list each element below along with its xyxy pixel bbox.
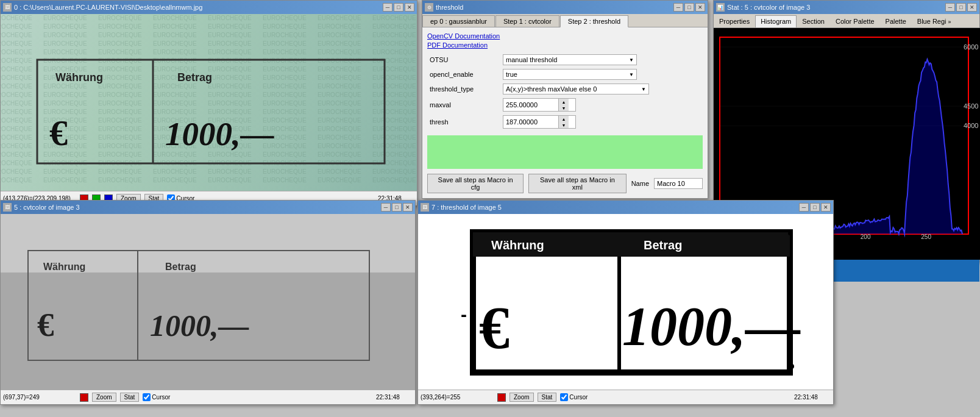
pdf-doc-link[interactable]: PDF Documentation	[427, 41, 488, 49]
cvtcolor-maximize[interactable]: □	[392, 203, 402, 212]
thresh-result-minimize[interactable]: ─	[799, 203, 809, 212]
maxval-down[interactable]: ▼	[559, 105, 569, 111]
opencl-label: opencl_enable	[427, 67, 500, 82]
thresh-type-label: threshold_type	[427, 82, 500, 96]
threshold-body: OpenCV Documentation PDF Documentation O…	[422, 27, 708, 198]
otsu-dropdown[interactable]: manual threshold ▼	[503, 54, 637, 65]
thresh-result-zoom-btn[interactable]: Zoom	[510, 393, 534, 402]
minimize-button[interactable]: ─	[383, 3, 392, 12]
stat-close[interactable]: ✕	[967, 3, 977, 12]
cvtcolor-window: 🖼 5 : cvtcolor of image 3 ─ □ ✕ (697,37)…	[0, 200, 416, 405]
opencl-dropdown-value: true	[506, 71, 517, 78]
opencv-doc-link[interactable]: OpenCV Documentation	[427, 32, 500, 40]
threshold-icon: ⚙	[425, 3, 433, 12]
thresh-result-red-box	[497, 393, 506, 402]
thresh-type-dropdown[interactable]: A(x,y)>thresh maxValue else 0 ▼	[503, 84, 649, 94]
opencv-doc-row: OpenCV Documentation	[427, 32, 703, 40]
opencl-dropdown[interactable]: true ▼	[503, 69, 637, 80]
stat-tab-palette[interactable]: Palette	[880, 15, 912, 27]
stat-title: Stat : 5 : cvtcolor of image 3	[727, 4, 810, 11]
stat-minimize[interactable]: ─	[945, 3, 955, 12]
threshold-tab-bar: ep 0 : gaussianblur Step 1 : cvtcolor St…	[422, 14, 708, 27]
thresh-result-icon: 🖼	[421, 203, 429, 212]
cvtcolor-cursor-checkbox[interactable]	[143, 393, 151, 401]
cvtcolor-title: 5 : cvtcolor of image 3	[14, 204, 80, 211]
maxval-label: maxval	[427, 96, 500, 113]
stat-tab-histogram[interactable]: Histogram	[755, 15, 797, 28]
green-area	[427, 135, 703, 169]
cvtcolor-red-box	[80, 393, 88, 402]
maxval-up[interactable]: ▲	[559, 99, 569, 105]
pdf-doc-row: PDF Documentation	[427, 41, 703, 49]
maxval-input[interactable]: 255.00000	[503, 100, 558, 110]
thresh-result-cursor-text: Cursor	[569, 394, 588, 401]
stat-tab-blueregi[interactable]: Blue Regi »	[912, 15, 957, 27]
cvtcolor-close[interactable]: ✕	[403, 203, 413, 212]
maxval-value-cell: 255.00000 ▲ ▼	[500, 96, 703, 113]
macro-row: Save all step as Macro in cfg Save all s…	[427, 174, 703, 193]
thresh-spinners: ▲ ▼	[558, 116, 569, 128]
save-xml-button[interactable]: Save all step as Macro in xml	[528, 174, 627, 193]
blueregi-more: »	[948, 19, 951, 25]
thresh-result-cursor-label: Cursor	[560, 393, 588, 401]
cvtcolor-stat-btn[interactable]: Stat	[120, 393, 140, 402]
save-cfg-button[interactable]: Save all step as Macro in cfg	[427, 174, 524, 193]
stat-tab-properties[interactable]: Properties	[714, 15, 755, 27]
tab-threshold[interactable]: Step 2 : threshold	[560, 15, 628, 27]
otsu-dropdown-arrow: ▼	[629, 57, 634, 63]
main-image-titlebar: 🖼 0 : C:\Users\Laurent.PC-LAURENT-VISI\D…	[1, 1, 417, 14]
stat-maximize[interactable]: □	[956, 3, 966, 12]
cvtcolor-status-bar: (697,37)=249 Zoom Stat Cursor 22:31:48	[1, 390, 415, 404]
window-icon: 🖼	[3, 3, 12, 12]
param-table: OTSU manual threshold ▼ opencl_enable tr…	[427, 52, 703, 130]
thresh-row: thresh 187.00000 ▲ ▼	[427, 113, 703, 130]
main-image-canvas	[1, 14, 417, 191]
main-image-title: 0 : C:\Users\Laurent.PC-LAURENT-VISI\Des…	[14, 4, 202, 11]
thresh-result-close[interactable]: ✕	[821, 203, 831, 212]
thresh-input-container: 187.00000 ▲ ▼	[503, 115, 576, 129]
thresh-type-row: threshold_type A(x,y)>thresh maxValue el…	[427, 82, 703, 96]
thresh-value-cell: 187.00000 ▲ ▼	[500, 113, 703, 130]
close-button[interactable]: ✕	[405, 3, 414, 12]
maxval-input-container: 255.00000 ▲ ▼	[503, 98, 576, 112]
cvtcolor-coord: (697,37)=249	[3, 394, 76, 401]
tab-gaussianblur[interactable]: ep 0 : gaussianblur	[422, 15, 495, 27]
threshold-minimize[interactable]: ─	[673, 3, 683, 12]
threshold-close[interactable]: ✕	[695, 3, 705, 12]
threshold-maximize[interactable]: □	[684, 3, 694, 12]
macro-name-input[interactable]: Macro 10	[654, 178, 703, 189]
otsu-label: OTSU	[427, 52, 500, 67]
threshold-titlebar: ⚙ threshold ─ □ ✕	[422, 1, 708, 14]
thresh-result-cursor-checkbox[interactable]	[560, 393, 568, 401]
maximize-button[interactable]: □	[394, 3, 403, 12]
thresh-result-status: (393,264)=255 Zoom Stat Cursor 22:31:48	[418, 390, 833, 404]
thresh-result-stat-btn[interactable]: Stat	[538, 393, 557, 402]
otsu-row: OTSU manual threshold ▼	[427, 52, 703, 67]
thresh-result-canvas	[418, 214, 833, 390]
otsu-value-cell: manual threshold ▼	[500, 52, 703, 67]
threshold-title: threshold	[436, 4, 463, 11]
thresh-result-content	[418, 214, 833, 390]
stat-tab-colorpalette[interactable]: Color Palette	[830, 15, 880, 27]
thresh-result-title: 7 : threshold of image 5	[431, 204, 502, 211]
tab-cvtcolor[interactable]: Step 1 : cvtcolor	[495, 15, 559, 27]
cvtcolor-minimize[interactable]: ─	[381, 203, 391, 212]
thresh-input[interactable]: 187.00000	[503, 117, 558, 127]
maxval-spinners: ▲ ▼	[558, 99, 569, 111]
thresh-down[interactable]: ▼	[559, 122, 569, 128]
thresh-result-coord: (393,264)=255	[421, 394, 494, 401]
thresh-type-value-cell: A(x,y)>thresh maxValue else 0 ▼	[500, 82, 703, 96]
thresh-up[interactable]: ▲	[559, 116, 569, 122]
thresh-type-value: A(x,y)>thresh maxValue else 0	[506, 85, 597, 93]
cvtcolor-icon: 🖼	[3, 203, 12, 212]
cvtcolor-zoom-btn[interactable]: Zoom	[92, 393, 116, 402]
thresh-type-arrow: ▼	[641, 87, 646, 92]
thresh-result-maximize[interactable]: □	[810, 203, 820, 212]
opencl-dropdown-arrow: ▼	[629, 72, 634, 77]
otsu-dropdown-value: manual threshold	[506, 56, 557, 63]
opencl-value-cell: true ▼	[500, 67, 703, 82]
stat-tab-section[interactable]: Section	[797, 15, 830, 27]
cvtcolor-titlebar: 🖼 5 : cvtcolor of image 3 ─ □ ✕	[1, 201, 415, 214]
stat-icon: 📊	[716, 3, 725, 12]
cvtcolor-image-content	[1, 214, 415, 390]
